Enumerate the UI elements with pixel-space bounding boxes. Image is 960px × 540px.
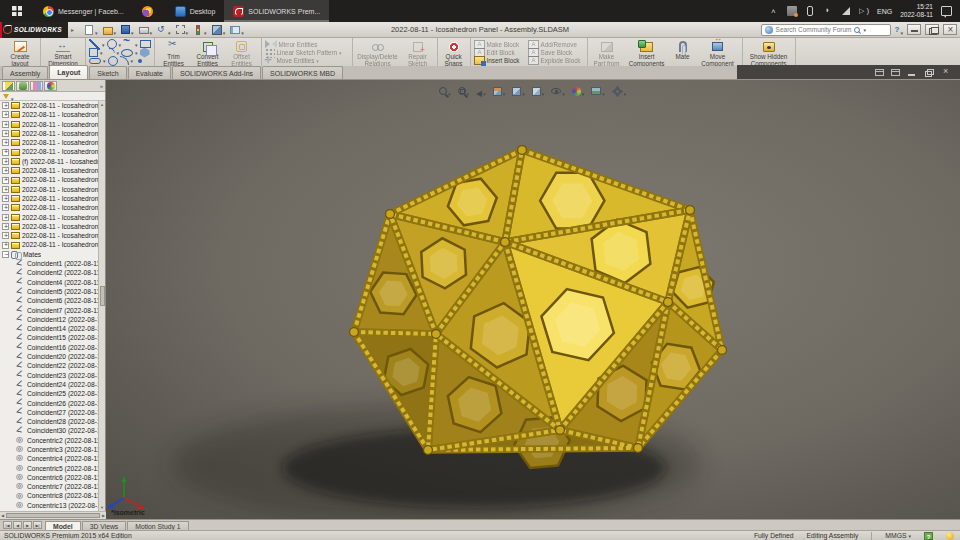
bottom-tab[interactable]: Motion Study 1 [127, 521, 188, 531]
tree-item[interactable]: 2022-08-11 - Icosahedron Pa [0, 222, 105, 231]
doc-pane2-icon[interactable] [891, 69, 900, 76]
hud-button[interactable] [493, 82, 506, 100]
graphics-viewport[interactable]: *Isometric [106, 80, 960, 519]
tree-item[interactable]: Concentric13 (2022-08-1 [0, 501, 105, 510]
tree-expand-icon[interactable] [2, 232, 9, 239]
ribbon-tab[interactable]: Sketch [89, 66, 126, 79]
dropdown-arrow-icon[interactable] [168, 21, 171, 39]
move-entities-dropdown-icon[interactable] [316, 57, 319, 64]
hud-button[interactable] [532, 82, 545, 100]
tree-expand-icon[interactable] [2, 111, 9, 118]
restore-button[interactable] [925, 24, 939, 35]
dropdown-arrow-icon[interactable] [204, 21, 207, 39]
previous-tab-icon[interactable] [13, 521, 22, 529]
tree-item[interactable]: 2022-08-11 - Icosahedron Pa [0, 231, 105, 240]
tree-item[interactable]: Coincident4 (2022-08-11 [0, 278, 105, 287]
quick-access-button[interactable] [83, 20, 99, 40]
hud-button[interactable] [512, 82, 525, 100]
tree-item[interactable]: 2022-08-11 - Icosahedron Pa [0, 213, 105, 222]
circle-dropdown-icon[interactable] [119, 41, 122, 48]
tree-item[interactable]: 2022-08-11 - Icosahedron Pa [0, 203, 105, 212]
next-tab-icon[interactable] [23, 521, 32, 529]
panel-tabs-overflow[interactable]: » [100, 83, 103, 89]
quick-access-button[interactable] [102, 20, 118, 40]
tree-vertical-scrollbar[interactable] [98, 101, 105, 511]
viewport-canvas[interactable] [106, 80, 960, 519]
tree-expand-icon[interactable] [2, 186, 9, 193]
ellipse-tool-icon[interactable] [121, 49, 133, 57]
tree-item[interactable]: Coincident6 (2022-08-11 [0, 296, 105, 305]
tray-chevron-icon[interactable] [769, 6, 779, 16]
tree-expand-icon[interactable] [2, 102, 9, 109]
tray-phone-icon[interactable] [807, 6, 813, 16]
tree-item[interactable]: 2022-08-11 - Icosahedron Pa [0, 101, 105, 110]
tree-item[interactable]: 2022-08-11 - Icosahedron Pa [0, 240, 105, 249]
move-entities-button[interactable]: Move Entities [265, 57, 349, 65]
line-dropdown-icon[interactable] [102, 41, 105, 48]
ribbon-tab[interactable]: SOLIDWORKS MBD [262, 66, 343, 79]
tree-expand-icon[interactable] [2, 195, 9, 202]
tree-expand-icon[interactable] [2, 121, 9, 128]
tree-item[interactable]: Coincident2 (2022-08-11 [0, 268, 105, 277]
tray-network-icon[interactable] [841, 6, 851, 16]
notifications-icon[interactable] [941, 6, 952, 16]
first-tab-icon[interactable] [3, 521, 12, 529]
tree-item[interactable]: Coincident23 (2022-08-1 [0, 371, 105, 380]
spline-tool-icon[interactable] [123, 39, 133, 49]
tree-item[interactable]: Coincident27 (2022-08-1 [0, 408, 105, 417]
quick-access-button[interactable] [175, 20, 190, 40]
tree-item[interactable]: Coincident12 (2022-08-1 [0, 315, 105, 324]
help-button[interactable] [895, 21, 903, 39]
dropdown-arrow-icon[interactable] [114, 21, 117, 39]
last-tab-icon[interactable] [33, 521, 42, 529]
tree-item[interactable]: Coincident20 (2022-08-1 [0, 352, 105, 361]
tree-item[interactable]: Coincident5 (2022-08-11 [0, 287, 105, 296]
hud-button[interactable] [572, 82, 585, 100]
ribbon-tab[interactable]: Assembly [2, 66, 48, 79]
tree-expand-icon[interactable] [2, 242, 9, 249]
linear-pattern-dropdown-icon[interactable] [339, 49, 342, 56]
tree-horizontal-scrollbar[interactable] [0, 511, 106, 519]
quick-access-button[interactable] [211, 20, 227, 40]
tree-item[interactable]: Coincident22 (2022-08-1 [0, 361, 105, 370]
rectangle-tool-icon[interactable] [140, 40, 151, 48]
dropdown-arrow-icon[interactable] [95, 21, 98, 39]
tree-item[interactable]: Coincident28 (2022-08-1 [0, 417, 105, 426]
scroll-right-icon[interactable] [102, 513, 105, 518]
quick-access-button[interactable] [138, 20, 154, 40]
tree-expand-icon[interactable] [2, 158, 9, 165]
tree-item[interactable]: 2022-08-11 - Icosahedron Pa [0, 175, 105, 184]
tree-item[interactable]: Coincident1 (2022-08-11 [0, 259, 105, 268]
dropdown-arrow-icon[interactable] [150, 21, 153, 39]
scroll-thumb[interactable] [100, 286, 105, 306]
tree-expand-icon[interactable] [2, 251, 9, 258]
explode-block-button[interactable]: Explode Block [528, 57, 584, 65]
tree-item[interactable]: 2022-08-11 - Icosahedron Pa [0, 129, 105, 138]
tree-expand-icon[interactable] [2, 177, 9, 184]
quick-access-button[interactable] [192, 20, 208, 40]
fillet-dropdown-icon[interactable] [131, 57, 134, 64]
search-box[interactable]: Search Community Forum [761, 24, 891, 36]
menu-expand-arrow[interactable]: ▸ [71, 26, 74, 33]
arc-dropdown-icon[interactable] [117, 49, 120, 56]
tray-language[interactable]: ENG [877, 8, 892, 15]
hud-button[interactable] [551, 82, 565, 100]
quick-access-button[interactable] [156, 20, 172, 40]
tree-expand-icon[interactable] [2, 167, 9, 174]
tree-item[interactable]: 2022-08-11 - Icosahedron Pa [0, 185, 105, 194]
tray-volume-icon[interactable] [859, 6, 869, 16]
point-tool-icon[interactable] [138, 59, 142, 63]
parallelogram-dropdown-icon[interactable] [100, 49, 103, 56]
mirror-entities-button[interactable]: Mirror Entities [265, 40, 349, 48]
minimize-button[interactable] [907, 24, 921, 35]
panel-tab-propertymanager[interactable] [16, 81, 29, 91]
hud-button[interactable] [612, 82, 627, 100]
ribbon-tab[interactable]: Layout [49, 65, 88, 79]
scroll-down-icon[interactable] [99, 504, 105, 511]
hud-button[interactable] [458, 82, 470, 100]
tree-expand-icon[interactable] [2, 149, 9, 156]
tree-item[interactable]: 2022-08-11 - Icosahedron Pa [0, 194, 105, 203]
doc-restore-icon[interactable] [924, 68, 934, 77]
tree-expand-icon[interactable] [2, 204, 9, 211]
hud-button[interactable] [591, 82, 605, 100]
